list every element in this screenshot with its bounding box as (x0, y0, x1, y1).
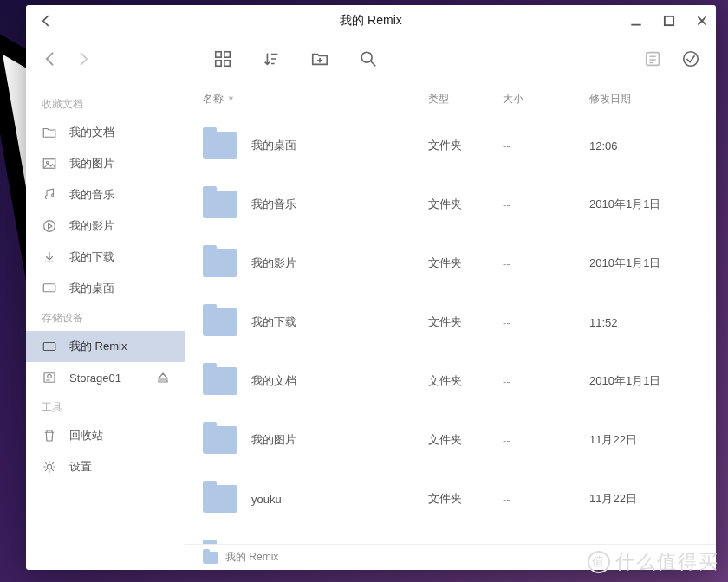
file-size: -- (503, 493, 589, 506)
file-size: -- (503, 257, 589, 270)
svg-rect-5 (224, 60, 230, 65)
file-date: 2010年1月1日 (589, 197, 699, 212)
disk-icon (42, 370, 57, 385)
file-row[interactable]: 我的桌面文件夹--12:06 (185, 116, 716, 175)
file-name: 我的影片 (251, 255, 296, 271)
file-name: 我的下载 (251, 314, 296, 330)
eject-icon[interactable] (157, 372, 169, 384)
file-row[interactable]: 我的音乐文件夹--2010年1月1日 (185, 175, 716, 234)
file-name: youku (251, 493, 282, 506)
file-date: 11月22日 (589, 432, 699, 448)
search-button[interactable] (359, 49, 378, 68)
titlebar-back-button[interactable] (38, 12, 55, 29)
sort-button[interactable] (262, 49, 281, 68)
sidebar-section-storage: 存储设备 (26, 304, 185, 331)
file-name: 我的文档 (251, 373, 296, 389)
file-list[interactable]: 我的桌面文件夹--12:06我的音乐文件夹--2010年1月1日我的影片文件夹-… (185, 116, 716, 544)
sidebar-item-settings[interactable]: 设置 (26, 451, 185, 482)
column-header-type[interactable]: 类型 (428, 92, 503, 107)
sidebar-item-label: 我的 Remix (69, 339, 127, 354)
view-grid-button[interactable] (213, 49, 232, 68)
file-type: 文件夹 (428, 491, 503, 507)
file-row[interactable]: VST文件夹--11月22日 (185, 528, 716, 544)
image-icon (42, 156, 57, 171)
sidebar-item-label: 我的桌面 (69, 281, 114, 296)
new-folder-button[interactable] (310, 49, 329, 68)
video-icon (42, 218, 57, 234)
details-pane-button[interactable] (643, 49, 662, 68)
watermark-text: 什么值得买 (615, 549, 719, 575)
sidebar-item-trash[interactable]: 回收站 (26, 420, 185, 451)
svg-rect-1 (665, 16, 673, 24)
svg-rect-2 (216, 51, 221, 56)
sidebar-item-desktop[interactable]: 我的桌面 (26, 273, 185, 304)
file-row[interactable]: 我的图片文件夹--11月22日 (185, 411, 716, 469)
folder-icon (42, 125, 57, 140)
file-date: 11月22日 (589, 491, 699, 507)
svg-point-19 (46, 161, 49, 164)
sidebar-item-music[interactable]: 我的音乐 (26, 179, 185, 210)
close-button[interactable] (695, 14, 709, 28)
file-type: 文件夹 (428, 197, 503, 212)
file-row[interactable]: 我的影片文件夹--2010年1月1日 (185, 234, 716, 293)
file-type: 文件夹 (428, 314, 503, 330)
svg-rect-4 (216, 60, 221, 65)
file-size: -- (503, 316, 589, 329)
sidebar-item-label: 回收站 (69, 428, 103, 443)
svg-rect-3 (224, 51, 230, 56)
folder-icon (203, 367, 237, 395)
file-row[interactable]: 我的文档文件夹--2010年1月1日 (185, 352, 716, 411)
maximize-button[interactable] (662, 14, 676, 28)
sort-descending-icon: ▼ (227, 94, 235, 103)
breadcrumb[interactable]: 我的 Remix (225, 550, 278, 565)
sidebar: 收藏文档 我的文档 我的图片 我的音乐 我的影片 我的下载 (26, 81, 185, 570)
gear-icon (42, 459, 57, 475)
titlebar: 我的 Remix (26, 5, 716, 36)
file-name: 我的图片 (251, 432, 296, 448)
folder-icon (203, 308, 237, 336)
sidebar-item-storage01[interactable]: Storage01 (26, 362, 185, 393)
toolbar (26, 36, 716, 81)
file-date: 12:06 (589, 139, 699, 152)
sidebar-item-documents[interactable]: 我的文档 (26, 117, 185, 148)
folder-icon (203, 552, 218, 564)
file-name: 我的音乐 (251, 197, 296, 212)
sidebar-item-videos[interactable]: 我的影片 (26, 210, 185, 242)
watermark: 值 什么值得买 (588, 549, 719, 575)
nav-forward-button[interactable] (75, 50, 92, 68)
column-header-size[interactable]: 大小 (503, 92, 589, 107)
sidebar-item-label: 我的音乐 (69, 187, 114, 203)
sidebar-item-label: 设置 (69, 459, 92, 475)
sidebar-item-downloads[interactable]: 我的下载 (26, 242, 185, 273)
file-size: -- (503, 139, 589, 152)
nav-back-button[interactable] (42, 50, 59, 68)
sidebar-item-label: 我的下载 (69, 249, 114, 265)
download-icon (42, 249, 57, 265)
select-mode-button[interactable] (681, 49, 700, 68)
column-header-date[interactable]: 修改日期 (589, 92, 699, 107)
file-list-pane: 名称 ▼ 类型 大小 修改日期 我的桌面文件夹--12:06我的音乐文件夹--2… (185, 81, 716, 570)
file-row[interactable]: 我的下载文件夹--11:52 (185, 293, 716, 352)
svg-rect-23 (43, 343, 55, 351)
svg-line-12 (371, 61, 376, 66)
folder-icon (203, 132, 237, 159)
sidebar-item-pictures[interactable]: 我的图片 (26, 148, 185, 179)
file-size: -- (503, 375, 589, 388)
device-icon (42, 339, 57, 354)
sidebar-item-remix[interactable]: 我的 Remix (26, 331, 185, 362)
svg-point-27 (47, 464, 51, 469)
music-icon (42, 187, 57, 203)
file-row[interactable]: youku文件夹--11月22日 (185, 469, 716, 528)
folder-icon (203, 426, 237, 454)
file-date: 2010年1月1日 (589, 373, 699, 389)
minimize-button[interactable] (629, 14, 643, 28)
file-type: 文件夹 (428, 255, 503, 271)
sidebar-section-favorites: 收藏文档 (26, 90, 185, 117)
file-date: 11:52 (589, 316, 699, 329)
file-name: 我的桌面 (251, 138, 296, 153)
folder-icon (203, 485, 237, 513)
column-header-name[interactable]: 名称 ▼ (203, 92, 428, 107)
sidebar-item-label: Storage01 (69, 372, 121, 385)
file-manager-window: 我的 Remix 收藏文档 我的文 (26, 5, 716, 570)
watermark-badge: 值 (588, 551, 610, 573)
